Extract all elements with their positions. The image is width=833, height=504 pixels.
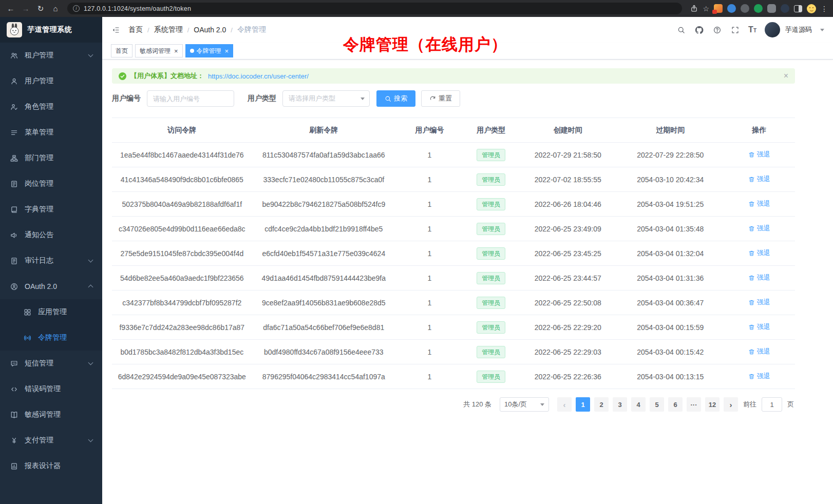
extension-icon[interactable]	[781, 4, 789, 13]
bookmark-star-icon[interactable]: ☆	[703, 5, 709, 13]
sidebar-item[interactable]: 支付管理	[0, 428, 102, 453]
side-panel-icon[interactable]	[794, 5, 802, 12]
extension-icon[interactable]	[741, 4, 749, 13]
sidebar-item[interactable]: 用户管理	[0, 68, 102, 94]
share-icon[interactable]	[690, 5, 698, 12]
sidebar-item[interactable]: 角色管理	[0, 94, 102, 120]
chevron-icon	[88, 437, 93, 442]
sidebar-item-label: 审计日志	[25, 256, 53, 265]
user-type-badge: 管理员	[477, 371, 505, 383]
alert-close-icon[interactable]: ×	[784, 72, 788, 80]
cell-user-id: 1	[395, 217, 464, 241]
user-type-badge: 管理员	[477, 198, 505, 210]
page-number-button[interactable]: 12	[705, 397, 720, 412]
sidebar-item[interactable]: 令牌管理	[0, 325, 102, 351]
force-logout-button[interactable]: 强退	[748, 372, 770, 381]
goto-page-input[interactable]	[762, 397, 782, 412]
sidebar-item[interactable]: 错误码管理	[0, 376, 102, 402]
table-row: f9336e7c7dd242a283ee98dc86b17a87 dfa6c71…	[112, 315, 795, 340]
trash-icon	[748, 348, 755, 355]
page-number-button[interactable]: 6	[668, 397, 683, 412]
sidebar-item[interactable]: 菜单管理	[0, 120, 102, 145]
page-number-button[interactable]: 2	[594, 397, 609, 412]
prev-page-button[interactable]: ‹	[557, 397, 572, 412]
search-icon[interactable]	[676, 25, 686, 35]
sidebar-item[interactable]: 报表设计器	[0, 453, 102, 479]
font-size-icon[interactable]: TT	[748, 26, 756, 34]
cell-create-time: 2022-06-25 22:50:08	[518, 290, 617, 315]
reset-button[interactable]: 重置	[421, 90, 460, 107]
force-logout-button[interactable]: 强退	[748, 224, 770, 233]
breadcrumb-item-home[interactable]: 首页	[128, 25, 143, 34]
browser-menu-icon[interactable]: ⋮	[821, 5, 828, 13]
breadcrumb-item-system[interactable]: 系统管理	[154, 25, 183, 34]
force-logout-button[interactable]: 强退	[748, 298, 770, 307]
cell-refresh-token: 333ecfc71e02480cb11055c875c3ca0f	[252, 167, 395, 192]
chevron-icon	[88, 360, 93, 365]
tab-close-icon[interactable]: ×	[174, 48, 178, 54]
sidebar-item[interactable]: 敏感词管理	[0, 402, 102, 428]
sidebar-item[interactable]: 应用管理	[0, 299, 102, 325]
breadcrumb-item-oauth[interactable]: OAuth 2.0	[194, 26, 226, 34]
page-number-button[interactable]: 5	[650, 397, 664, 412]
force-logout-button[interactable]: 强退	[748, 273, 770, 282]
extension-icon[interactable]	[754, 4, 763, 13]
search-button[interactable]: 搜索	[376, 90, 415, 107]
page-number-button[interactable]: 1	[576, 397, 590, 412]
success-icon	[119, 72, 126, 80]
cell-actions: 强退	[723, 192, 795, 217]
page-number-button[interactable]: ···	[687, 397, 701, 412]
username[interactable]: 芋道源码	[785, 25, 812, 34]
force-logout-button[interactable]: 强退	[748, 150, 770, 159]
user-type-select[interactable]: 请选择用户类型	[282, 90, 370, 107]
tab-home[interactable]: 首页	[111, 44, 132, 57]
profile-avatar[interactable]	[807, 4, 816, 13]
github-icon[interactable]	[694, 25, 704, 35]
force-logout-button[interactable]: 强退	[748, 175, 770, 184]
force-logout-button[interactable]: 强退	[748, 322, 770, 332]
site-info-icon[interactable]: i	[73, 5, 80, 12]
page-size-select[interactable]: 10条/页	[500, 397, 549, 412]
extensions-puzzle-icon[interactable]	[767, 4, 776, 13]
force-logout-button[interactable]: 强退	[748, 248, 770, 258]
tab-token-management[interactable]: 令牌管理 ×	[185, 44, 234, 57]
doc-link[interactable]: https://doc.iocoder.cn/user-center/	[208, 72, 309, 80]
forward-button[interactable]: →	[20, 3, 31, 14]
next-page-button[interactable]: ›	[724, 397, 738, 412]
page-number-button[interactable]: 3	[613, 397, 627, 412]
force-logout-button[interactable]: 强退	[748, 199, 770, 208]
home-button[interactable]: ⌂	[50, 3, 61, 14]
cell-access-token: c342377bf8b344799dcbf7bf095287f2	[112, 290, 252, 315]
user-avatar[interactable]	[765, 22, 780, 37]
sidebar-item[interactable]: 部门管理	[0, 145, 102, 171]
sidebar-menu: 租户管理 用户管理 角色管理 菜单管理 部门管理 岗位管理	[0, 43, 102, 479]
sidebar-item[interactable]: OAuth 2.0	[0, 274, 102, 299]
sidebar-item[interactable]: 岗位管理	[0, 171, 102, 197]
tab-close-icon[interactable]: ×	[225, 48, 229, 54]
caret-down-icon[interactable]	[820, 29, 824, 31]
fullscreen-icon[interactable]	[730, 25, 740, 35]
trash-icon	[748, 373, 755, 380]
page-number-button[interactable]: 4	[631, 397, 646, 412]
cell-refresh-token: b0df4980ffd34c67a08f9156e4eee733	[252, 340, 395, 364]
cell-user-type: 管理员	[464, 192, 518, 217]
help-icon[interactable]	[712, 25, 722, 35]
sidebar-item-label: 报表设计器	[25, 461, 61, 471]
reload-button[interactable]: ↻	[35, 3, 46, 14]
back-button[interactable]: ←	[5, 3, 16, 14]
user-id-input[interactable]	[147, 90, 234, 107]
extension-icon[interactable]	[714, 4, 723, 13]
goto-suffix: 页	[787, 400, 794, 409]
sidebar-item[interactable]: 短信管理	[0, 351, 102, 376]
sidebar-item[interactable]: 通知公告	[0, 222, 102, 248]
extension-icon[interactable]	[727, 4, 736, 13]
sidebar-item[interactable]: 审计日志	[0, 248, 102, 274]
app-logo[interactable]: 芋道管理系统	[0, 17, 102, 43]
user-type-badge: 管理员	[477, 149, 505, 161]
address-bar[interactable]: i 127.0.0.1:1024/system/oauth2/token	[67, 3, 682, 14]
sidebar-item[interactable]: 租户管理	[0, 43, 102, 68]
sidebar-toggle-icon[interactable]	[111, 25, 121, 35]
sidebar-item[interactable]: 字典管理	[0, 197, 102, 222]
tab-sensitive-words[interactable]: 敏感词管理 ×	[135, 44, 183, 57]
force-logout-button[interactable]: 强退	[748, 347, 770, 356]
